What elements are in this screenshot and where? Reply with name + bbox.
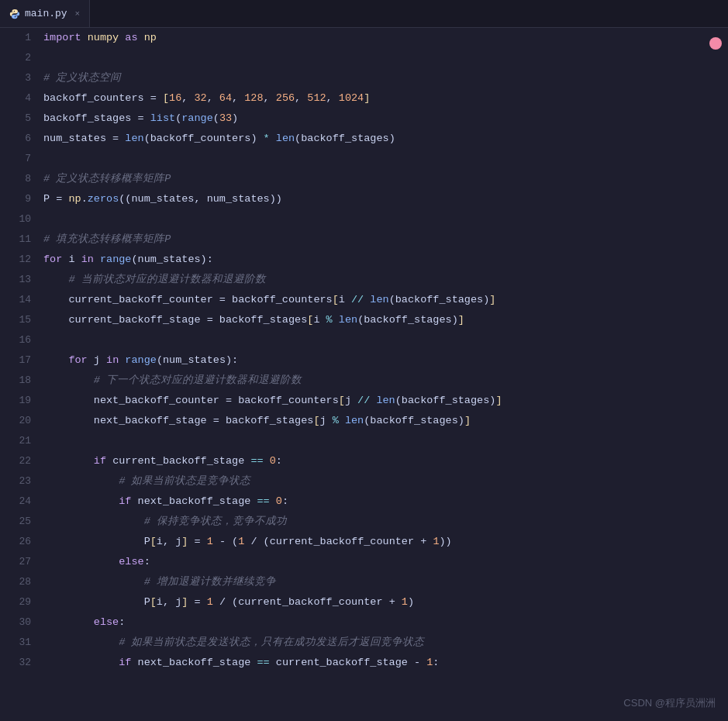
token-plain: = — [106, 129, 125, 149]
token-var: backoff_stages — [43, 109, 131, 129]
token-var: num_states — [138, 250, 201, 270]
token-var: i — [157, 592, 163, 612]
line-number-4: 4 — [0, 88, 31, 109]
token-var: current_backoff_counter — [68, 290, 212, 310]
token-plain — [43, 592, 144, 612]
token-var: backoff_counters — [232, 290, 333, 310]
token-plain: - — [408, 653, 426, 673]
token-plain: ) — [458, 411, 464, 431]
token-plain — [326, 411, 333, 431]
line-number-7: 7 — [0, 149, 31, 169]
token-builtin: range — [125, 350, 157, 371]
token-var: backoff_stages — [301, 129, 388, 149]
code-line-8: # 定义状态转移概率矩阵P — [43, 169, 728, 189]
line-number-18: 18 — [0, 371, 31, 391]
token-var: current_backoff_counter — [270, 532, 414, 552]
token-kw: if — [94, 451, 106, 471]
token-plain: = — [131, 109, 150, 129]
token-num: 1 — [433, 532, 439, 552]
token-plain — [370, 391, 376, 411]
token-plain: , — [163, 532, 175, 552]
token-var: backoff_counters — [150, 129, 251, 149]
line-number-16: 16 — [0, 330, 31, 350]
line-number-12: 12 — [0, 250, 31, 270]
token-plain: : — [276, 451, 282, 471]
token-plain: ( — [131, 250, 137, 270]
token-plain — [244, 451, 250, 471]
line-number-15: 15 — [0, 310, 31, 330]
token-comment: # 如果当前状态是发送状态，只有在成功发送后才返回竞争状态 — [119, 633, 424, 653]
token-plain: (( — [119, 189, 131, 209]
token-plain: / ( — [244, 532, 269, 552]
tab-main-py[interactable]: main.py × — [0, 0, 90, 27]
code-line-19: next_backoff_counter = backoff_counters[… — [43, 391, 728, 411]
token-kw: if — [119, 653, 131, 673]
token-var: P — [144, 592, 150, 612]
token-plain: ): — [226, 350, 238, 371]
token-plain: = — [188, 532, 206, 552]
tab-close-button[interactable]: × — [75, 9, 81, 19]
token-num: 32 — [194, 88, 206, 109]
token-plain: ( — [144, 129, 150, 149]
code-line-5: backoff_stages = list(range(33) — [43, 109, 728, 129]
token-plain: ( — [157, 350, 163, 371]
line-number-14: 14 — [0, 290, 31, 310]
token-bracket: [ — [150, 532, 157, 552]
line-number-19: 19 — [0, 391, 31, 411]
code-line-29: P[i, j] = 1 / (current_backoff_counter +… — [43, 592, 728, 612]
token-plain: = — [213, 290, 232, 310]
token-plain: ( — [395, 391, 402, 411]
token-var: backoff_stages — [402, 391, 489, 411]
code-line-9: P = np.zeros((num_states, num_states)) — [43, 189, 728, 209]
token-kw: in — [81, 250, 94, 270]
token-plain: , — [295, 88, 307, 109]
editor-window: main.py × 123456789101112131415161718192… — [0, 0, 728, 721]
line-number-26: 26 — [0, 532, 31, 552]
token-var: backoff_counters — [238, 391, 339, 411]
token-num: 256 — [276, 88, 295, 109]
token-plain — [88, 350, 94, 371]
token-plain: , — [181, 88, 194, 109]
token-plain — [119, 350, 125, 371]
line-number-3: 3 — [0, 68, 31, 88]
token-op: == — [257, 492, 269, 512]
code-line-25: # 保持竞争状态，竞争不成功 — [43, 512, 728, 532]
line-number-32: 32 — [0, 653, 31, 673]
line-number-27: 27 — [0, 552, 31, 572]
token-bracket: ] — [489, 290, 495, 310]
code-line-1: import numpy as np — [43, 28, 728, 48]
code-area[interactable]: import numpy as np # 定义状态空间backoff_count… — [40, 28, 728, 721]
token-plain — [43, 310, 68, 330]
token-plain — [119, 28, 125, 48]
token-plain: ): — [201, 250, 213, 270]
token-plain — [264, 451, 270, 471]
token-kw: else — [119, 552, 143, 572]
line-number-30: 30 — [0, 612, 31, 633]
token-bracket: [ — [333, 290, 339, 310]
token-plain: = — [188, 592, 206, 612]
token-num: 1 — [207, 532, 213, 552]
line-number-6: 6 — [0, 129, 31, 149]
token-plain — [43, 492, 119, 512]
tab-bar: main.py × — [0, 0, 728, 28]
token-var: i — [157, 532, 163, 552]
token-var: backoff_stages — [364, 310, 451, 330]
token-plain: )) — [270, 189, 282, 209]
token-comment: # 如果当前状态是竞争状态 — [119, 471, 250, 492]
code-line-22: if current_backoff_stage == 0: — [43, 451, 728, 471]
token-bracket: ] — [181, 592, 188, 612]
line-number-23: 23 — [0, 471, 31, 492]
token-var: backoff_stages — [219, 310, 307, 330]
token-plain — [270, 492, 276, 512]
token-var: num_states — [163, 350, 226, 371]
line-number-20: 20 — [0, 411, 31, 431]
token-op: % — [333, 411, 339, 431]
token-bracket: [ — [313, 411, 319, 431]
token-num: 0 — [270, 451, 276, 471]
token-plain: ( — [364, 411, 370, 431]
token-plain — [43, 371, 94, 391]
token-plain: )) — [439, 532, 451, 552]
token-plain: , — [326, 88, 339, 109]
token-kw: for — [68, 350, 87, 371]
code-line-18: # 下一个状态对应的退避计数器和退避阶数 — [43, 371, 728, 391]
